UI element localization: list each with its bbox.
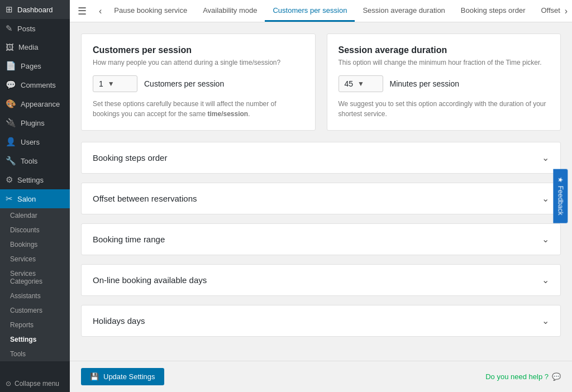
sidebar-sub-discounts[interactable]: Discounts xyxy=(0,223,70,237)
customers-card-title: Customers per session xyxy=(93,45,304,55)
content-area: Customers per session How many people yo… xyxy=(70,22,572,392)
update-settings-button[interactable]: 💾 Update Settings xyxy=(81,368,164,385)
top-nav: ☰ ‹ Pause booking service Availability m… xyxy=(70,0,572,22)
tools-icon: 🔧 xyxy=(6,156,16,166)
customers-count-arrow: ▼ xyxy=(108,80,115,88)
accordion-offset-chevron: ⌄ xyxy=(542,193,549,204)
sidebar-submenu: Calendar Discounts Bookings Services Ser… xyxy=(0,208,70,361)
duration-card-title: Session average duration xyxy=(339,45,550,55)
sidebar-item-plugins[interactable]: 🔌 Plugins xyxy=(0,113,70,132)
sidebar-item-label: Comments xyxy=(21,81,56,89)
customers-card-subtitle: How many people you can attend during a … xyxy=(93,59,304,66)
duration-card-control: 45 ▼ Minutes per session xyxy=(339,75,550,92)
posts-icon: ✎ xyxy=(6,23,13,34)
sidebar-item-label: Media xyxy=(18,43,38,51)
collapse-label: Collapse menu xyxy=(15,380,59,388)
accordion-holidays: Holidays days ⌄ xyxy=(81,305,561,337)
tab-booking-steps[interactable]: Booking steps order xyxy=(453,0,533,22)
pages-icon: 📄 xyxy=(6,61,16,71)
sidebar-sub-settings[interactable]: Settings xyxy=(0,332,70,347)
accordion-offset-header[interactable]: Offset between reservations ⌄ xyxy=(82,183,560,214)
sidebar-item-label: Tools xyxy=(21,157,37,165)
sidebar-item-label: Salon xyxy=(17,195,36,203)
sidebar-sub-reports[interactable]: Reports xyxy=(0,318,70,332)
help-link[interactable]: Do you need help ? 💬 xyxy=(485,372,561,381)
sidebar-item-pages[interactable]: 📄 Pages xyxy=(0,56,70,75)
sidebar: ⊞ Dashboard ✎ Posts 🖼 Media 📄 Pages 💬 Co… xyxy=(0,0,70,392)
nav-next-button[interactable]: › xyxy=(560,6,572,16)
sidebar-item-media[interactable]: 🖼 Media xyxy=(0,38,70,56)
tab-availability-mode[interactable]: Availability mode xyxy=(195,0,265,22)
accordion-booking-steps: Booking steps order ⌄ xyxy=(81,142,561,174)
collapse-menu-button[interactable]: ⊙ Collapse menu xyxy=(0,375,70,392)
feedback-tab[interactable]: ★ Feedback xyxy=(554,169,568,223)
settings-cards-row: Customers per session How many people yo… xyxy=(81,34,561,131)
tab-offset[interactable]: Offset between reservation xyxy=(533,0,560,22)
main-content: ☰ ‹ Pause booking service Availability m… xyxy=(70,0,572,392)
sidebar-sub-bookings[interactable]: Bookings xyxy=(0,237,70,252)
sidebar-item-label: Pages xyxy=(21,62,41,70)
tab-pause-booking[interactable]: Pause booking service xyxy=(106,0,195,22)
accordion-holidays-chevron: ⌄ xyxy=(542,315,549,326)
tab-session-duration[interactable]: Session average duration xyxy=(355,0,452,22)
accordion-offset: Offset between reservations ⌄ xyxy=(81,183,561,214)
settings-icon: ⚙ xyxy=(6,175,13,185)
accordion-booking-time-range-title: Booking time range xyxy=(93,235,165,244)
sidebar-item-label: Dashboard xyxy=(17,6,53,14)
accordion-booking-steps-title: Booking steps order xyxy=(93,153,167,162)
feedback-label: Feedback xyxy=(557,186,565,216)
duration-select[interactable]: 45 ▼ xyxy=(339,75,383,92)
bottom-bar: 💾 Update Settings Do you need help ? 💬 xyxy=(70,361,572,392)
help-icon: 💬 xyxy=(552,372,561,381)
sidebar-sub-customers[interactable]: Customers xyxy=(0,303,70,318)
accordion-holidays-title: Holidays days xyxy=(93,316,145,326)
sidebar-item-label: Users xyxy=(21,138,40,146)
salon-icon: ✂ xyxy=(6,194,13,204)
help-label: Do you need help ? xyxy=(485,372,549,381)
plugins-icon: 🔌 xyxy=(6,118,16,128)
customers-card-label: Customers per session xyxy=(144,79,224,88)
users-icon: 👤 xyxy=(6,137,16,147)
accordion-online-booking: On-line booking available days ⌄ xyxy=(81,264,561,296)
session-duration-card: Session average duration This option wil… xyxy=(327,34,561,131)
sidebar-item-salon[interactable]: ✂ Salon xyxy=(0,189,70,208)
sidebar-sub-calendar[interactable]: Calendar xyxy=(0,208,70,223)
sidebar-sub-tools[interactable]: Tools xyxy=(0,347,70,361)
sidebar-sub-assistants[interactable]: Assistants xyxy=(0,289,70,303)
sidebar-item-posts[interactable]: ✎ Posts xyxy=(0,19,70,38)
accordion-booking-steps-header[interactable]: Booking steps order ⌄ xyxy=(82,142,560,173)
accordion-booking-steps-chevron: ⌄ xyxy=(542,152,549,163)
accordion-online-booking-title: On-line booking available days xyxy=(93,275,207,285)
nav-tabs: Pause booking service Availability mode … xyxy=(106,0,560,22)
sidebar-item-dashboard[interactable]: ⊞ Dashboard xyxy=(0,0,70,19)
media-icon: 🖼 xyxy=(6,42,14,52)
duration-card-note: We suggest you to set this option accord… xyxy=(339,99,550,119)
tab-customers-per-session[interactable]: Customers per session xyxy=(265,0,355,22)
sidebar-sub-services[interactable]: Services xyxy=(0,252,70,266)
nav-prev-button[interactable]: ‹ xyxy=(94,6,106,16)
appearance-icon: 🎨 xyxy=(6,99,16,109)
customers-card-control: 1 ▼ Customers per session xyxy=(93,75,304,92)
accordion-online-booking-chevron: ⌄ xyxy=(542,275,549,285)
dashboard-icon: ⊞ xyxy=(6,4,13,15)
customers-per-session-card: Customers per session How many people yo… xyxy=(81,34,316,131)
sidebar-sub-services-categories[interactable]: Services Categories xyxy=(0,266,70,289)
sidebar-item-users[interactable]: 👤 Users xyxy=(0,132,70,151)
customers-count-value: 1 xyxy=(99,79,103,88)
sidebar-item-settings[interactable]: ⚙ Settings xyxy=(0,170,70,189)
accordion-online-booking-header[interactable]: On-line booking available days ⌄ xyxy=(82,265,560,295)
duration-card-label: Minutes per session xyxy=(390,79,460,88)
collapse-icon: ⊙ xyxy=(6,380,11,388)
duration-arrow: ▼ xyxy=(358,80,364,88)
customers-count-select[interactable]: 1 ▼ xyxy=(93,75,137,92)
hamburger-button[interactable]: ☰ xyxy=(70,5,94,17)
save-icon: 💾 xyxy=(90,372,99,381)
sidebar-item-tools[interactable]: 🔧 Tools xyxy=(0,151,70,170)
accordion-booking-time-range-header[interactable]: Booking time range ⌄ xyxy=(82,224,560,255)
accordion-holidays-header[interactable]: Holidays days ⌄ xyxy=(82,305,560,336)
sidebar-item-label: Appearance xyxy=(21,100,60,108)
update-settings-label: Update Settings xyxy=(103,372,155,381)
sidebar-item-label: Settings xyxy=(17,176,44,184)
sidebar-item-comments[interactable]: 💬 Comments xyxy=(0,75,70,94)
sidebar-item-appearance[interactable]: 🎨 Appearance xyxy=(0,94,70,113)
